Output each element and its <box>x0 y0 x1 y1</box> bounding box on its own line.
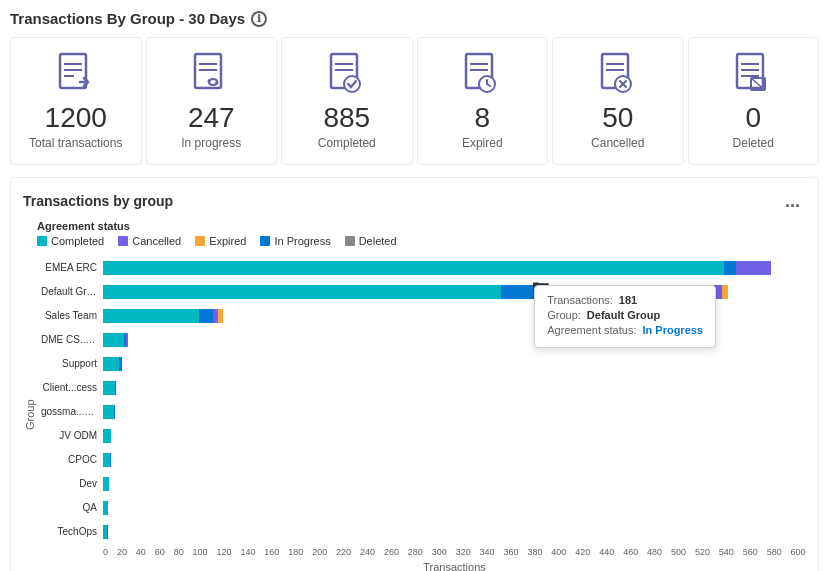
bar-track[interactable] <box>103 333 806 347</box>
completed-icon <box>323 50 371 98</box>
more-options-button[interactable]: ... <box>779 190 806 212</box>
bar-track[interactable] <box>103 405 806 419</box>
bar-segment <box>115 381 116 395</box>
table-row: TechOps <box>41 521 806 543</box>
chart-section: Transactions by group ... Agreement stat… <box>10 177 819 571</box>
bar-segment <box>218 309 223 323</box>
x-tick: 460 <box>623 547 638 557</box>
bar-segment <box>713 285 721 299</box>
legend-dot <box>260 236 270 246</box>
info-icon[interactable]: ℹ <box>251 11 267 27</box>
x-tick: 240 <box>360 547 375 557</box>
x-tick: 580 <box>767 547 782 557</box>
x-tick: 480 <box>647 547 662 557</box>
title-text: Transactions By Group - 30 Days <box>10 10 245 27</box>
deleted-label: Deleted <box>733 136 774 152</box>
inprogress-label: In progress <box>181 136 241 152</box>
bar-segment <box>103 309 199 323</box>
stat-card-deleted: 0 Deleted <box>688 37 820 165</box>
bar-segment <box>103 261 724 275</box>
table-row: Default Group <box>41 281 806 303</box>
bar-segment <box>107 525 108 539</box>
x-tick: 180 <box>288 547 303 557</box>
bar-track[interactable] <box>103 357 806 371</box>
deleted-icon <box>729 50 777 98</box>
x-tick: 100 <box>193 547 208 557</box>
bar-track[interactable] <box>103 525 806 539</box>
chart-main: EMEA ERCDefault GroupSales TeamDME CS...… <box>41 257 806 571</box>
table-row: DME CS...Ops <box>41 329 806 351</box>
bar-label: gossma...com <box>41 406 103 417</box>
legend-label: Expired <box>209 235 246 247</box>
bar-track[interactable] <box>103 501 806 515</box>
bar-label: QA <box>41 502 103 513</box>
total-icon <box>52 50 100 98</box>
x-tick: 280 <box>408 547 423 557</box>
bar-segment <box>736 261 771 275</box>
x-tick: 500 <box>671 547 686 557</box>
bar-segment <box>103 501 108 515</box>
x-tick: 560 <box>743 547 758 557</box>
x-tick: 140 <box>240 547 255 557</box>
bar-track[interactable] <box>103 429 806 443</box>
bar-segment <box>103 285 501 299</box>
x-tick: 40 <box>136 547 146 557</box>
bar-segment <box>126 333 127 347</box>
x-tick: 0 <box>103 547 108 557</box>
table-row: JV ODM <box>41 425 806 447</box>
bar-segment <box>103 405 114 419</box>
legend-dot <box>345 236 355 246</box>
bar-segment <box>722 285 728 299</box>
bar-label: JV ODM <box>41 430 103 441</box>
svg-point-10 <box>344 76 360 92</box>
bar-track[interactable] <box>103 309 806 323</box>
legend-item-deleted: Deleted <box>345 235 397 247</box>
x-tick: 440 <box>599 547 614 557</box>
stat-card-total: 1200 Total transactions <box>10 37 142 165</box>
x-tick: 360 <box>504 547 519 557</box>
cancelled-number: 50 <box>602 104 633 132</box>
bar-label: CPOC <box>41 454 103 465</box>
bar-track[interactable] <box>103 261 806 275</box>
completed-number: 885 <box>323 104 370 132</box>
bar-segment <box>724 261 736 275</box>
inprogress-number: 247 <box>188 104 235 132</box>
legend-dot <box>37 236 47 246</box>
x-axis-label: Transactions <box>41 561 806 571</box>
legend-label: Deleted <box>359 235 397 247</box>
bar-track[interactable] <box>103 285 806 299</box>
bar-label: DME CS...Ops <box>41 334 103 345</box>
x-tick: 520 <box>695 547 710 557</box>
table-row: gossma...com <box>41 401 806 423</box>
bar-label: Support <box>41 358 103 369</box>
legend-item-cancelled: Cancelled <box>118 235 181 247</box>
table-row: Dev <box>41 473 806 495</box>
x-tick: 380 <box>527 547 542 557</box>
x-tick: 260 <box>384 547 399 557</box>
x-tick: 220 <box>336 547 351 557</box>
legend-label: Completed <box>51 235 104 247</box>
bar-label: TechOps <box>41 526 103 537</box>
x-tick: 60 <box>155 547 165 557</box>
bar-track[interactable] <box>103 477 806 491</box>
total-label: Total transactions <box>29 136 122 152</box>
bars-container: EMEA ERCDefault GroupSales TeamDME CS...… <box>41 257 806 543</box>
stat-card-expired: 8 Expired <box>417 37 549 165</box>
page-title: Transactions By Group - 30 Days ℹ <box>10 10 819 27</box>
x-tick: 160 <box>264 547 279 557</box>
chart-title: Transactions by group <box>23 193 173 209</box>
bar-track[interactable] <box>103 453 806 467</box>
bar-segment <box>501 285 713 299</box>
inprogress-icon <box>187 50 235 98</box>
x-tick: 80 <box>174 547 184 557</box>
bar-track[interactable] <box>103 381 806 395</box>
legend-label: In Progress <box>274 235 330 247</box>
x-tick: 320 <box>456 547 471 557</box>
table-row: Client...cess <box>41 377 806 399</box>
bar-segment <box>110 453 111 467</box>
x-tick: 300 <box>432 547 447 557</box>
x-tick: 340 <box>480 547 495 557</box>
table-row: EMEA ERC <box>41 257 806 279</box>
cancelled-icon <box>594 50 642 98</box>
stat-card-cancelled: 50 Cancelled <box>552 37 684 165</box>
